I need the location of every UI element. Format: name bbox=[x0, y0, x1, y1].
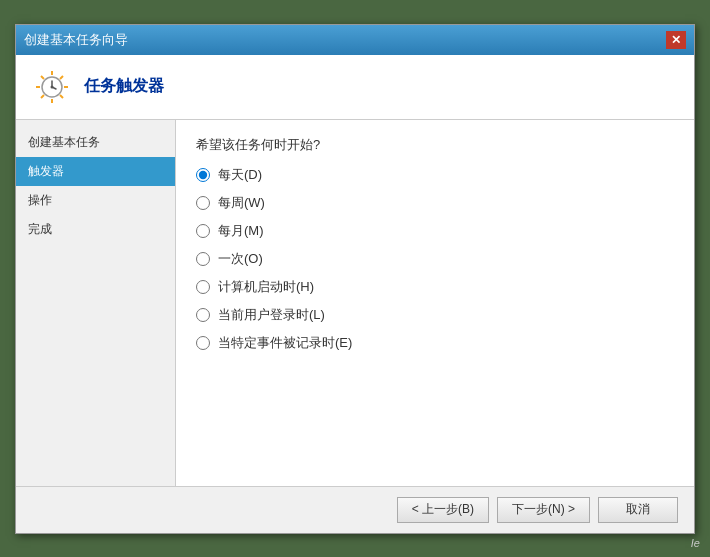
radio-item-logon[interactable]: 当前用户登录时(L) bbox=[196, 306, 674, 324]
header-area: 任务触发器 bbox=[16, 55, 694, 120]
radio-logon[interactable] bbox=[196, 308, 210, 322]
radio-label-weekly: 每周(W) bbox=[218, 194, 265, 212]
task-icon bbox=[34, 69, 70, 105]
svg-line-5 bbox=[60, 95, 63, 98]
title-bar: 创建基本任务向导 ✕ bbox=[16, 25, 694, 55]
radio-once[interactable] bbox=[196, 252, 210, 266]
radio-startup[interactable] bbox=[196, 280, 210, 294]
sidebar-item-create-basic-task[interactable]: 创建基本任务 bbox=[16, 128, 175, 157]
radio-label-monthly: 每月(M) bbox=[218, 222, 264, 240]
sidebar: 创建基本任务 触发器 操作 完成 bbox=[16, 120, 176, 486]
radio-label-daily: 每天(D) bbox=[218, 166, 262, 184]
radio-event[interactable] bbox=[196, 336, 210, 350]
next-button[interactable]: 下一步(N) > bbox=[497, 497, 590, 523]
radio-monthly[interactable] bbox=[196, 224, 210, 238]
radio-item-weekly[interactable]: 每周(W) bbox=[196, 194, 674, 212]
radio-label-logon: 当前用户登录时(L) bbox=[218, 306, 325, 324]
sidebar-item-trigger[interactable]: 触发器 bbox=[16, 157, 175, 186]
svg-line-6 bbox=[60, 76, 63, 79]
svg-line-4 bbox=[41, 76, 44, 79]
radio-item-once[interactable]: 一次(O) bbox=[196, 250, 674, 268]
radio-label-event: 当特定事件被记录时(E) bbox=[218, 334, 352, 352]
sidebar-item-finish[interactable]: 完成 bbox=[16, 215, 175, 244]
radio-daily[interactable] bbox=[196, 168, 210, 182]
content-area: 创建基本任务 触发器 操作 完成 希望该任务何时开始? 每天(D) 每周(W) … bbox=[16, 120, 694, 486]
cancel-button[interactable]: 取消 bbox=[598, 497, 678, 523]
radio-group: 每天(D) 每周(W) 每月(M) 一次(O) 计算机启动时(H) bbox=[196, 166, 674, 352]
radio-label-once: 一次(O) bbox=[218, 250, 263, 268]
question-label: 希望该任务何时开始? bbox=[196, 136, 674, 154]
radio-item-startup[interactable]: 计算机启动时(H) bbox=[196, 278, 674, 296]
back-button[interactable]: < 上一步(B) bbox=[397, 497, 489, 523]
radio-weekly[interactable] bbox=[196, 196, 210, 210]
dialog-title: 创建基本任务向导 bbox=[24, 31, 128, 49]
footer-area: < 上一步(B) 下一步(N) > 取消 bbox=[16, 486, 694, 533]
header-title: 任务触发器 bbox=[84, 76, 164, 97]
main-dialog: 创建基本任务向导 ✕ bbox=[15, 24, 695, 534]
radio-item-monthly[interactable]: 每月(M) bbox=[196, 222, 674, 240]
watermark-text: Ie bbox=[691, 537, 700, 549]
svg-line-7 bbox=[41, 95, 44, 98]
svg-point-11 bbox=[51, 85, 54, 88]
radio-item-daily[interactable]: 每天(D) bbox=[196, 166, 674, 184]
close-button[interactable]: ✕ bbox=[666, 31, 686, 49]
sidebar-item-action[interactable]: 操作 bbox=[16, 186, 175, 215]
radio-item-event[interactable]: 当特定事件被记录时(E) bbox=[196, 334, 674, 352]
header-icon-container bbox=[32, 67, 72, 107]
main-content: 希望该任务何时开始? 每天(D) 每周(W) 每月(M) 一次(O) bbox=[176, 120, 694, 486]
radio-label-startup: 计算机启动时(H) bbox=[218, 278, 314, 296]
